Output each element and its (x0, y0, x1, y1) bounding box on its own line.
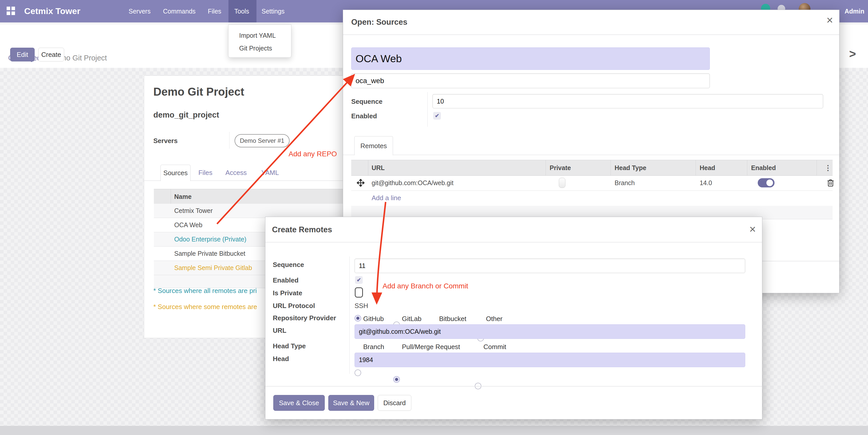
create-label-separator (349, 257, 350, 374)
create-remotes-modal: Create Remotes × Sequence 11 Enabled ✔ I… (265, 217, 762, 419)
server-tag[interactable]: Demo Server #1 (235, 134, 289, 147)
remote-enabled-toggle[interactable] (758, 178, 775, 187)
col-url[interactable]: URL (372, 160, 384, 175)
create-remotes-close-icon[interactable]: × (749, 224, 756, 235)
remote-head-type-cell[interactable]: Branch (615, 175, 635, 191)
create-remotes-title: Create Remotes (272, 225, 332, 234)
cr-url-label: URL (273, 327, 286, 335)
nav-item-servers[interactable]: Servers (129, 0, 151, 23)
col-head[interactable]: Head (700, 160, 715, 175)
sources-label-separator (427, 92, 428, 127)
tab-sources[interactable]: Sources (160, 165, 190, 181)
project-title: Demo Git Project (153, 85, 244, 98)
create-remotes-footer-divider (266, 386, 762, 386)
source-row-cetmix-tower[interactable]: Cetmix Tower (154, 204, 344, 218)
menu-item-git-projects[interactable]: Git Projects (239, 42, 272, 54)
tab-files[interactable]: Files (198, 165, 212, 180)
tools-dropdown-menu: Import YAML Git Projects (228, 25, 291, 58)
save-new-button[interactable]: Save & New (328, 395, 374, 411)
cr-provider-label-bitbucket[interactable]: Bitbucket (439, 315, 466, 323)
sequence-input[interactable]: 10 (432, 94, 823, 108)
add-line-row: Add a line (351, 191, 833, 206)
name-column-header[interactable]: Name (174, 189, 191, 204)
cr-repository-provider-label: Repository Provider (273, 314, 336, 322)
user-menu[interactable]: Admin (844, 0, 864, 23)
footnote-semi-private: * Sources where some remotes are (153, 303, 257, 311)
cr-head-type-label-commit[interactable]: Commit (484, 343, 506, 351)
project-code: demo_git_project (153, 110, 219, 120)
apps-grid-icon[interactable] (7, 7, 15, 15)
cr-provider-label-other[interactable]: Other (486, 315, 502, 323)
cr-head-type-radio-pull-merge[interactable] (393, 376, 400, 383)
sequence-label: Sequence (351, 98, 382, 106)
sources-modal-title: Open: Sources (351, 18, 407, 27)
nav-item-settings[interactable]: Settings (261, 0, 284, 23)
remotes-table-header: URL Private Head Type Head Enabled ⋮ (351, 160, 833, 176)
cr-provider-label-github[interactable]: GitHub (363, 315, 384, 323)
bottom-scroll-strip (0, 426, 868, 435)
cr-provider-label-gitlab[interactable]: GitLab (402, 315, 422, 323)
sources-modal-header-divider (343, 34, 839, 35)
tab-yaml[interactable]: YAML (261, 165, 279, 180)
servers-label: Servers (153, 137, 178, 145)
cr-is-private-checkbox[interactable] (355, 287, 363, 297)
col-head-type[interactable]: Head Type (615, 160, 646, 175)
footnote-private: * Sources where all remotes are pri (153, 287, 257, 295)
tab-access[interactable]: Access (225, 165, 247, 180)
cr-head-label: Head (273, 355, 289, 363)
col-enabled[interactable]: Enabled (751, 160, 776, 175)
app-brand[interactable]: Cetmix Tower (24, 6, 80, 16)
nav-item-tools[interactable]: Tools (234, 0, 249, 23)
cr-head-type-label: Head Type (273, 342, 306, 350)
nav-item-commands[interactable]: Commands (163, 0, 196, 23)
cr-enabled-label: Enabled (273, 277, 299, 284)
source-code-input[interactable]: oca_web (351, 74, 710, 88)
annotation-add-any-repo: Add any REPO (288, 150, 337, 158)
enabled-checkbox[interactable]: ✔ (433, 112, 441, 120)
create-remotes-header-divider (266, 242, 762, 242)
cr-url-input[interactable]: git@github.com:OCA/web.git (354, 324, 745, 339)
add-a-line-link[interactable]: Add a line (372, 194, 401, 202)
annotation-add-any-branch: Add any Branch or Commit (382, 282, 468, 290)
col-private[interactable]: Private (550, 160, 571, 175)
remote-head-cell[interactable]: 14.0 (700, 175, 712, 191)
sources-modal-close-icon[interactable]: × (827, 14, 833, 26)
remote-private-checkbox[interactable] (559, 178, 565, 188)
discard-button[interactable]: Discard (378, 395, 411, 411)
edit-button[interactable]: Edit (10, 48, 35, 61)
nav-item-files[interactable]: Files (208, 0, 221, 23)
delete-remote-icon[interactable] (827, 179, 834, 187)
cr-provider-radio-github[interactable] (354, 315, 361, 322)
optional-columns-icon[interactable]: ⋮ (825, 164, 832, 172)
create-button[interactable]: Create (38, 48, 64, 61)
source-name-input[interactable]: OCA Web (351, 48, 710, 70)
cr-sequence-label: Sequence (273, 261, 304, 269)
cr-url-protocol-value: SSH (354, 302, 368, 310)
tab-remotes[interactable]: Remotes (354, 136, 393, 155)
cr-head-type-radio-branch[interactable] (354, 370, 361, 376)
menu-item-import-yaml[interactable]: Import YAML (239, 29, 276, 41)
app-root: Cetmix Tower Servers Commands Files Tool… (0, 0, 868, 435)
remotes-tabbar-border (343, 155, 839, 155)
cr-head-input[interactable]: 1984 (354, 353, 745, 367)
sources-table-header: Name (154, 189, 344, 204)
cr-sequence-input[interactable]: 11 (354, 259, 745, 273)
save-close-button[interactable]: Save & Close (273, 395, 325, 411)
remote-url-cell[interactable]: git@github.com:OCA/web.git (372, 175, 453, 191)
pager-next-icon[interactable]: > (849, 47, 856, 61)
label-column-separator (229, 132, 229, 149)
cr-head-type-label-branch[interactable]: Branch (363, 343, 384, 351)
cr-head-type-label-pull-merge[interactable]: Pull/Merge Request (402, 343, 460, 351)
cr-enabled-checkbox[interactable]: ✔ (355, 276, 363, 284)
remote-row[interactable]: git@github.com:OCA/web.git Branch 14.0 (351, 175, 833, 191)
enabled-label: Enabled (351, 112, 377, 120)
cr-is-private-label: Is Private (273, 289, 302, 297)
cr-url-protocol-label: URL Protocol (273, 302, 315, 310)
drag-handle-icon[interactable] (357, 179, 365, 187)
